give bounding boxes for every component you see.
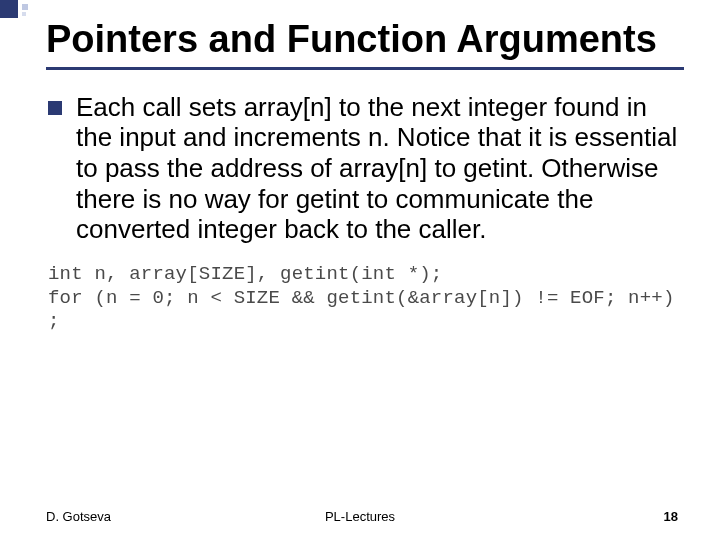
footer-title: PL-Lectures xyxy=(325,509,395,524)
code-line-1: int n, array[SIZE], getint(int *); xyxy=(48,263,684,287)
code-block: int n, array[SIZE], getint(int *); for (… xyxy=(46,263,684,334)
code-line-2: for (n = 0; n < SIZE && getint(&array[n]… xyxy=(48,287,684,311)
slide-title: Pointers and Function Arguments xyxy=(46,18,684,61)
deco-square-small-2 xyxy=(22,12,26,16)
title-underline xyxy=(46,67,684,70)
slide-footer: D. Gotseva PL-Lectures 18 xyxy=(0,509,720,524)
deco-square-large xyxy=(0,0,18,18)
bullet-square-icon xyxy=(48,101,62,115)
page-number: 18 xyxy=(664,509,678,524)
code-line-3: ; xyxy=(48,310,684,334)
slide: Pointers and Function Arguments Each cal… xyxy=(0,0,720,540)
bullet-row: Each call sets array[n] to the next inte… xyxy=(46,92,684,245)
slide-decoration xyxy=(0,0,40,14)
footer-author: D. Gotseva xyxy=(46,509,111,524)
deco-square-small-1 xyxy=(22,4,28,10)
bullet-text: Each call sets array[n] to the next inte… xyxy=(76,92,684,245)
